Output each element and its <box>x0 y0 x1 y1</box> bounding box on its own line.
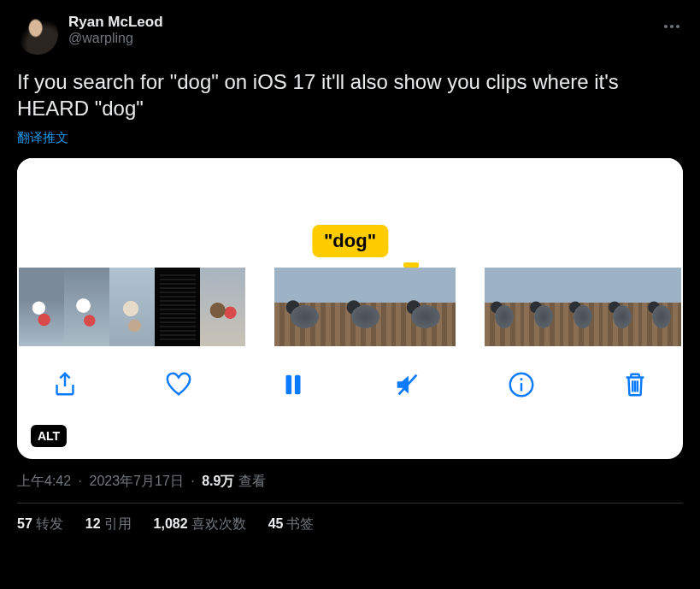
video-thumbnail <box>109 268 155 346</box>
clip-group[interactable] <box>274 268 456 346</box>
more-icon <box>664 25 679 28</box>
video-thumbnail <box>642 268 681 346</box>
media-card[interactable]: "dog" <box>17 158 683 459</box>
info-button[interactable] <box>504 368 538 402</box>
clip-group[interactable] <box>485 268 681 346</box>
likes-label: 喜欢次数 <box>191 516 246 531</box>
pause-button[interactable] <box>276 368 310 402</box>
video-thumbnail <box>335 268 396 346</box>
video-thumbnail <box>396 268 456 346</box>
speaker-muted-icon <box>392 370 421 399</box>
video-thumbnail <box>200 268 245 346</box>
tweet-text: If you search for "dog" on iOS 17 it'll … <box>17 68 683 121</box>
info-icon <box>507 370 536 399</box>
likes-stat[interactable]: 1,082喜欢次数 <box>154 515 246 533</box>
mute-button[interactable] <box>390 368 424 402</box>
quotes-count: 12 <box>85 516 101 531</box>
more-button[interactable] <box>657 12 686 41</box>
trash-button[interactable] <box>618 368 652 402</box>
retweets-label: 转发 <box>36 516 63 531</box>
video-thumbnail <box>274 268 335 346</box>
share-icon <box>50 370 79 399</box>
tweet-meta: 上午4:42 · 2023年7月17日 · 8.9万 查看 <box>17 473 683 491</box>
media-toolbar <box>17 346 683 423</box>
tweet-date[interactable]: 2023年7月17日 <box>90 474 184 488</box>
views-count: 8.9万 <box>202 474 234 488</box>
bookmarks-label: 书签 <box>286 516 314 531</box>
views-label: 查看 <box>238 474 266 488</box>
retweets-stat[interactable]: 57转发 <box>17 515 63 533</box>
video-thumbnail <box>64 268 109 346</box>
display-name: Ryan McLeod <box>68 14 683 31</box>
bookmarks-count: 45 <box>268 516 284 531</box>
user-handle: @warpling <box>68 31 683 46</box>
video-thumbnail <box>524 268 563 346</box>
quotes-label: 引用 <box>104 516 132 531</box>
tweet-time[interactable]: 上午4:42 <box>17 474 71 488</box>
quotes-stat[interactable]: 12引用 <box>85 515 132 533</box>
trash-icon <box>621 370 650 399</box>
engagement-stats: 57转发 12引用 1,082喜欢次数 45书签 <box>17 504 683 533</box>
media-top: "dog" <box>17 158 683 268</box>
svg-point-4 <box>520 378 522 380</box>
translate-link[interactable]: 翻译推文 <box>17 130 683 146</box>
avatar[interactable] <box>17 14 58 55</box>
heart-icon <box>164 370 193 399</box>
video-thumbnail <box>155 268 200 346</box>
bookmarks-stat[interactable]: 45书签 <box>268 515 315 533</box>
video-thumbnail <box>563 268 603 346</box>
clip-group[interactable] <box>19 268 245 346</box>
alt-badge[interactable]: ALT <box>31 425 67 447</box>
likes-count: 1,082 <box>154 516 188 531</box>
tweet-header: Ryan McLeod @warpling <box>17 14 683 55</box>
like-button[interactable] <box>162 368 196 402</box>
keyword-chip: "dog" <box>312 225 388 257</box>
pause-icon <box>279 370 308 399</box>
retweets-count: 57 <box>17 516 32 531</box>
tweet-container: Ryan McLeod @warpling If you search for … <box>0 0 700 542</box>
video-thumbnail <box>603 268 642 346</box>
share-button[interactable] <box>48 368 82 402</box>
video-timeline[interactable] <box>17 268 683 346</box>
user-block[interactable]: Ryan McLeod @warpling <box>68 14 683 46</box>
svg-rect-0 <box>285 375 291 395</box>
video-thumbnail <box>19 268 64 346</box>
svg-rect-1 <box>295 375 301 395</box>
video-thumbnail <box>485 268 524 346</box>
